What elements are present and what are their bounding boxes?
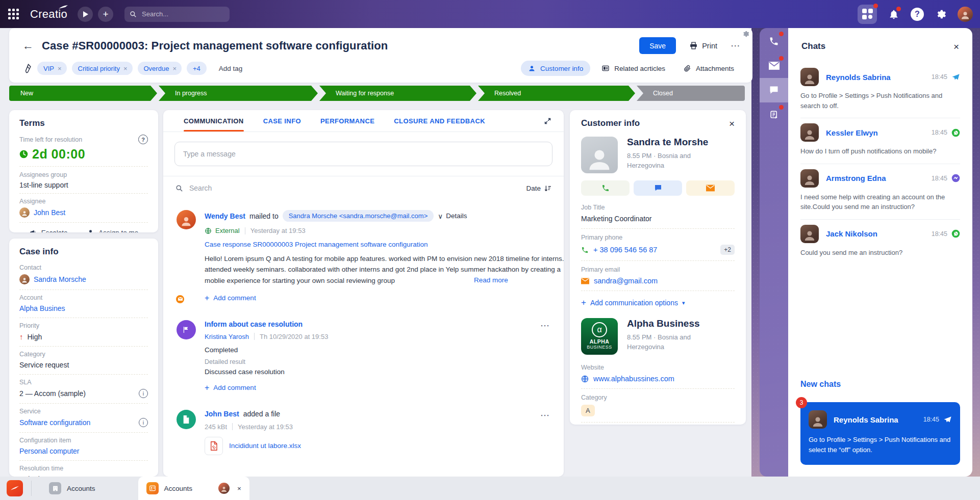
remove-tag-icon[interactable]: × [58,65,62,72]
stage-closed[interactable]: Closed [637,86,745,101]
notifications-button[interactable] [888,9,899,20]
attachment-chip[interactable]: Incididunt ut labore.xlsx [205,437,536,455]
close-icon[interactable]: × [953,42,959,51]
feed-item-file: John Best added a file 245 kBt Yesterday… [177,410,550,455]
assignee-value[interactable]: John Best [34,208,65,217]
message-input[interactable] [174,142,552,166]
attachments-toggle[interactable]: Attachments [676,61,741,76]
service-value[interactable]: Software configuration [19,418,90,427]
workplaces-button[interactable] [858,5,877,24]
website-value[interactable]: www.alphabussines.com [593,375,674,383]
global-search[interactable] [124,7,230,22]
tab-performance[interactable]: PERFORMANCE [320,110,374,131]
priority-value[interactable]: High [28,333,42,341]
chat-list-item[interactable]: Jack Nikolson 18:45 Could you send me an… [800,220,960,265]
related-articles-toggle[interactable]: Related acrticles [594,61,672,76]
contact-name[interactable]: Sandra te Morshe [627,137,714,148]
back-button[interactable]: ← [22,40,34,51]
remove-tag-icon[interactable]: × [123,65,128,72]
category-value[interactable]: Service request [19,361,69,369]
add-comment-button[interactable]: + Add comment [205,294,564,303]
tags-overflow-badge[interactable]: +4 [187,62,207,75]
close-tab-icon[interactable]: × [237,485,241,492]
global-search-input[interactable] [141,10,214,18]
assign-to-me-button[interactable]: Assign to me [87,229,138,233]
mail-icon [769,62,780,70]
chat-list-item[interactable]: Armstrong Edna 18:45 I need some help wi… [800,164,960,220]
sla-value[interactable]: 2 — Accom (sample) [19,389,86,398]
chat-button[interactable] [634,180,682,196]
assignees-group-value[interactable]: 1st-line support [19,181,148,189]
stage-resolved[interactable]: Resolved [478,86,635,101]
chat-name[interactable]: Jack Nikolson [826,229,877,238]
file-author[interactable]: John Best [205,410,239,418]
add-communication-options-button[interactable]: + Add communication options ▾ [581,298,735,308]
chat-name[interactable]: Kessler Elwyn [826,128,878,137]
user-avatar[interactable] [958,7,973,22]
stage-waiting[interactable]: Waiting for response [319,86,476,101]
contact-value[interactable]: Sandra Morsche [34,275,86,283]
call-button[interactable] [581,180,630,196]
expand-icon[interactable] [544,117,551,125]
remove-tag-icon[interactable]: × [172,65,177,72]
info-icon[interactable]: i [139,389,148,398]
feed-search-input[interactable] [188,183,292,193]
print-button[interactable]: Print [689,41,717,50]
creatio-taskbar-icon[interactable] [7,480,23,496]
new-chat-card[interactable]: 3 Reynolds Sabrina 18:45 Go to Profile >… [800,402,960,465]
tab-communication[interactable]: COMMUNICATION [184,110,244,131]
tag-vip[interactable]: VIP× [37,62,67,75]
tab-case-info[interactable]: CASE INFO [263,110,301,131]
primary-email-value[interactable]: sandra@gmail.com [594,277,658,285]
customer-info-toggle[interactable]: Customer info [521,61,590,76]
attachment-filename[interactable]: Incididunt ut labore.xlsx [229,442,301,450]
primary-phone-value[interactable]: + 38 096 546 56 87 [593,246,657,254]
rail-email-button[interactable] [760,54,788,78]
rail-feed-button[interactable] [760,102,788,127]
rail-chats-button[interactable] [760,78,788,102]
chat-list-item[interactable]: Reynolds Sabrina 18:45 Go to Profile > S… [800,63,960,118]
taskbar-tab-accounts[interactable]: Accounts [40,477,105,500]
tag-critical-priority[interactable]: Critical priority× [72,62,133,75]
task-title[interactable]: Inform about case resolution [205,320,303,328]
stage-new[interactable]: New [9,86,157,101]
email-recipient-pill[interactable]: Sandra Morsche <sandra.morsche@mail.com> [283,210,434,222]
task-author[interactable]: Kristina Yarosh [205,333,249,340]
company-name[interactable]: Alpha Business [627,318,714,329]
save-button[interactable]: Save [639,37,676,54]
add-comment-button[interactable]: + Add comment [205,383,536,392]
add-new-button[interactable]: + [98,7,113,22]
tag-overdue[interactable]: Overdue× [138,62,182,75]
tab-closure-and-feedback[interactable]: CLOSURE AND FEEDBACK [394,110,485,131]
app-menu-icon[interactable] [8,9,19,19]
item-more-button[interactable]: ⋯ [540,320,550,392]
read-more-link[interactable]: Read more [474,275,508,285]
tag-pencil-icon[interactable] [24,64,32,73]
email-button[interactable] [686,180,735,196]
stage-in-progress[interactable]: In progress [159,86,318,101]
taskbar-tab-accounts-active[interactable]: Accounts × [138,477,249,500]
help-button[interactable]: ? [911,8,924,21]
add-tag-button[interactable]: Add tag [219,65,243,72]
chat-name[interactable]: Reynolds Sabrina [826,73,891,82]
info-icon[interactable]: i [139,418,148,427]
more-actions-button[interactable]: ⋯ [731,40,741,51]
help-circle-icon[interactable]: ? [138,135,148,144]
job-title-value[interactable]: Marketing Coordinator [581,215,652,223]
rail-calls-button[interactable] [760,29,788,54]
page-settings-gear-icon[interactable] [742,30,749,38]
email-details-toggle[interactable]: ∨ Details [438,212,467,220]
configuration-item-value[interactable]: Personal computer [19,447,80,455]
escalate-button[interactable]: Escalate [29,228,68,232]
close-icon[interactable]: × [729,119,735,128]
account-value[interactable]: Alpha Busines [19,304,65,312]
chat-list-item[interactable]: Kessler Elwyn 18:45 How do I turn off pu… [800,118,960,164]
chat-name[interactable]: Armstrong Edna [826,174,886,182]
sort-by-date-button[interactable]: Date [526,185,551,192]
item-more-button[interactable]: ⋯ [540,410,550,455]
email-author[interactable]: Wendy Best [205,212,245,220]
process-run-button[interactable] [78,7,93,22]
more-phones-badge[interactable]: +2 [720,245,735,255]
settings-gear-icon[interactable] [935,9,946,20]
email-subject[interactable]: Case response SR00000003 Project managem… [205,241,428,248]
